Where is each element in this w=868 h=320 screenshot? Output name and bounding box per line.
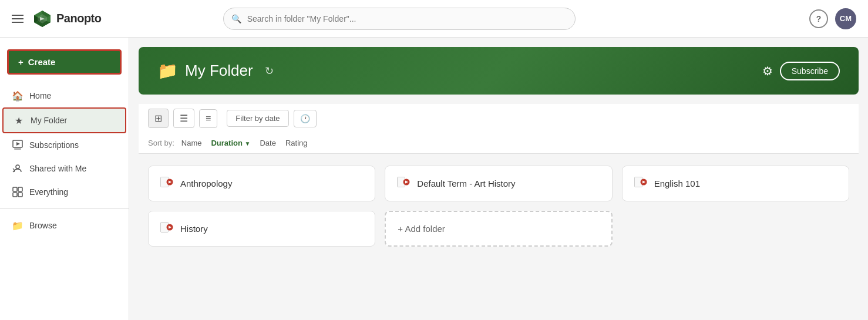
view-list-button[interactable]: ≡ [199,109,217,128]
everything-icon [12,186,23,198]
folder-card-default-term-art-history[interactable]: Default Term - Art History [385,166,612,201]
create-label: Create [28,57,56,67]
sidebar-item-my-folder-label: My Folder [31,116,67,125]
search-input[interactable] [223,8,576,30]
sidebar-item-browse-label: Browse [29,221,57,230]
sidebar-item-shared-with-me-label: Shared with Me [29,164,86,173]
sidebar: + Create 🏠 Home ★ My Folder Subscription… [0,38,129,320]
view-grid-button[interactable]: ⊞ [148,109,169,128]
subscriptions-icon [12,139,23,151]
svg-rect-12 [13,193,17,197]
svg-rect-11 [18,187,22,191]
sidebar-item-everything-label: Everything [29,187,68,197]
svg-marker-7 [16,142,20,146]
sidebar-item-subscriptions-label: Subscriptions [29,140,79,150]
subscribe-button[interactable]: Subscribe [780,62,840,80]
folder-label-english-101: English 101 [654,178,700,188]
folder-card-english-101[interactable]: English 101 [622,166,849,201]
folder-banner: 📁 My Folder ↻ ⚙ Subscribe [139,47,859,95]
main-content: 📁 My Folder ↻ ⚙ Subscribe ⊞ ☰ ≡ Filter b… [129,38,868,320]
star-icon: ★ [13,114,25,126]
header-actions: ? CM [809,8,856,29]
sidebar-item-home-label: Home [29,91,51,100]
logo[interactable]: Panopto [33,9,102,28]
folder-label-history: History [180,224,208,234]
create-button[interactable]: + Create [7,49,122,75]
shared-icon [12,163,23,174]
view-list-compact-button[interactable]: ☰ [173,109,194,128]
help-button[interactable]: ? [809,9,828,28]
folder-card-history[interactable]: History [148,211,375,247]
sort-by-duration[interactable]: Duration ▼ [208,137,253,149]
folder-grid: Anthropology Default Term - Art History [139,154,859,258]
folder-video-icon-english-101 [634,177,647,190]
plus-icon: + [18,57,23,67]
logo-text: Panopto [56,12,102,25]
svg-rect-13 [18,193,22,197]
sort-bar: Sort by: Name Duration ▼ Date Rating [139,133,859,154]
folder-video-icon-anthropology [160,177,173,190]
folder-card-anthropology[interactable]: Anthropology [148,166,375,201]
folder-video-icon-default-term [397,177,410,190]
app-header: Panopto 🔍 ? CM [0,0,868,38]
sidebar-item-subscriptions[interactable]: Subscriptions [2,133,126,157]
folder-banner-right: ⚙ Subscribe [762,62,840,80]
sort-by-rating[interactable]: Rating [283,137,310,149]
sidebar-item-my-folder[interactable]: ★ My Folder [2,107,126,133]
sort-by-label: Sort by: [148,139,174,147]
add-folder-button[interactable]: + Add folder [385,211,612,247]
sort-direction-icon: ▼ [245,140,251,147]
folder-banner-left: 📁 My Folder ↻ [157,61,762,80]
add-folder-label: + Add folder [398,224,445,234]
folder-label-default-term-art-history: Default Term - Art History [417,178,515,188]
app-body: + Create 🏠 Home ★ My Folder Subscription… [0,38,868,320]
search-bar: 🔍 [223,8,576,30]
settings-button[interactable]: ⚙ [762,64,773,78]
svg-rect-8 [14,149,21,150]
sort-by-date[interactable]: Date [257,137,278,149]
history-button[interactable]: 🕐 [294,110,317,127]
menu-icon[interactable] [12,15,23,23]
content-toolbar: ⊞ ☰ ≡ Filter by date 🕐 [139,104,859,133]
sidebar-item-everything[interactable]: Everything [2,180,126,204]
sidebar-item-browse[interactable]: 📁 Browse [2,214,126,237]
search-icon: 🔍 [231,14,241,23]
folder-refresh-button[interactable]: ↻ [265,65,274,78]
svg-point-9 [16,165,19,169]
home-icon: 🏠 [12,90,23,102]
sidebar-item-home[interactable]: 🏠 Home [2,84,126,107]
avatar[interactable]: CM [835,8,856,29]
sidebar-item-shared-with-me[interactable]: Shared with Me [2,157,126,180]
filter-by-date-button[interactable]: Filter by date [227,110,288,127]
sort-by-name[interactable]: Name [179,137,204,149]
folder-video-icon-history [160,222,173,235]
browse-icon: 📁 [12,220,23,231]
folder-banner-icon: 📁 [157,61,178,80]
sidebar-divider [0,208,129,209]
panopto-logo-icon [33,9,52,28]
svg-rect-10 [13,187,17,191]
folder-banner-title: My Folder [185,62,253,80]
folder-label-anthropology: Anthropology [180,178,232,188]
